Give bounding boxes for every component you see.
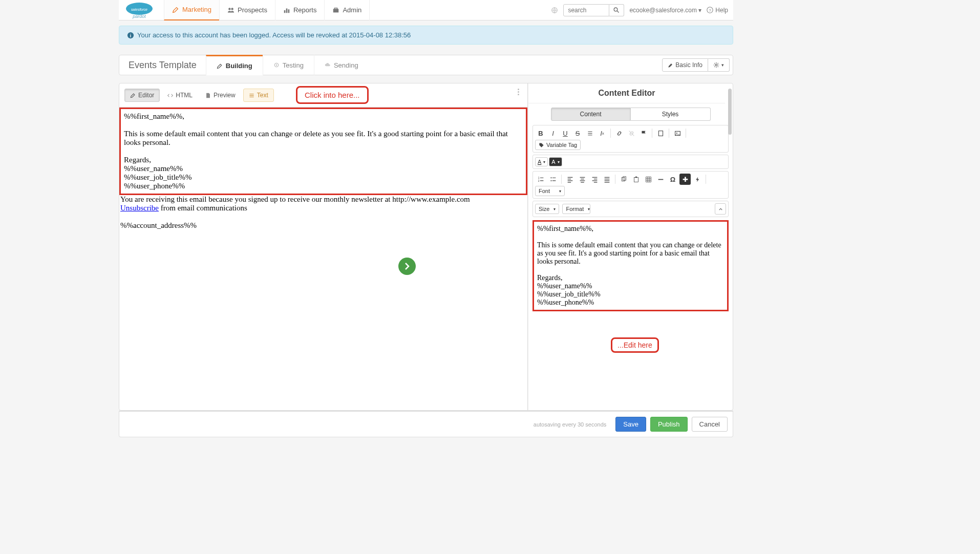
table-icon [645, 176, 652, 183]
remove-format-button[interactable]: Ix [596, 127, 608, 139]
access-alert: i Your access to this account has been l… [119, 26, 733, 45]
save-button[interactable]: Save [615, 417, 646, 432]
nav-label: Reports [293, 6, 317, 14]
embed-button[interactable]: ✚ [679, 174, 691, 185]
step-tab-building[interactable]: Building [206, 55, 263, 75]
basic-info-button[interactable]: Basic Info [662, 58, 708, 72]
bold-button[interactable]: B [535, 127, 546, 139]
step-tab-sending[interactable]: Sending [314, 55, 369, 75]
svg-point-4 [231, 8, 233, 10]
highlighted-email-region: %%first_name%%, This is some default ema… [119, 108, 527, 195]
view-tab-html[interactable]: HTML [162, 89, 198, 102]
bg-color-button[interactable]: A ▾ [549, 157, 562, 166]
gear-icon [713, 62, 719, 68]
rte-toolbar-row-4: Size▾ Format▾ [532, 201, 729, 217]
rte-toolbar-row-1: B I U S Ix [532, 125, 729, 153]
file-icon [657, 130, 664, 137]
strikethrough-button[interactable]: S [572, 127, 583, 139]
format-select[interactable]: Format▾ [562, 204, 590, 214]
nav-tab-prospects[interactable]: Prospects [219, 0, 275, 20]
logo[interactable]: salesforce pardot [124, 2, 164, 19]
dynamic-button[interactable] [692, 174, 703, 185]
variable-tag-button[interactable]: Variable Tag [535, 140, 581, 150]
pencil-icon [172, 6, 179, 13]
svg-rect-29 [634, 177, 638, 182]
align-left-button[interactable] [564, 174, 576, 185]
align-center-button[interactable] [577, 174, 588, 185]
special-char-button[interactable]: Ω [667, 174, 678, 185]
email-preview-area[interactable]: %%first_name%%, This is some default ema… [119, 108, 527, 410]
nav-tab-admin[interactable]: Admin [324, 0, 370, 20]
svg-text:2: 2 [538, 179, 539, 182]
unlink-button[interactable] [626, 127, 637, 139]
align-right-button[interactable] [589, 174, 600, 185]
view-tab-preview[interactable]: Preview [200, 89, 241, 102]
chevron-up-icon [718, 207, 723, 211]
user-label: ecooke@salesforce.com [629, 7, 697, 14]
link-button[interactable] [613, 127, 625, 139]
text-color-button[interactable]: A ▾ [535, 157, 548, 166]
svg-line-12 [617, 11, 619, 12]
copy-button[interactable] [618, 174, 629, 185]
search-input[interactable] [563, 4, 609, 16]
step-tab-testing[interactable]: Testing [263, 55, 314, 75]
nav-tab-reports[interactable]: Reports [275, 0, 325, 20]
align-justify-button[interactable] [601, 174, 612, 185]
svg-point-18 [276, 65, 277, 66]
font-select[interactable]: Font▾ [535, 186, 565, 196]
align-center-icon [579, 176, 586, 183]
hr-button[interactable] [655, 174, 666, 185]
view-label: Editor [138, 92, 154, 99]
email-signature-line: %%user_job_title%% [124, 173, 523, 182]
pane-options-button[interactable] [515, 89, 522, 102]
editor-regards: Regards, [537, 274, 724, 282]
editor-signature-line: %%user_job_title%% [537, 290, 724, 299]
paste-button[interactable] [630, 174, 642, 185]
search-button[interactable] [609, 4, 624, 16]
collapse-panel-button[interactable] [398, 258, 416, 275]
step-label: Building [226, 62, 252, 70]
insert-file-button[interactable] [655, 127, 666, 139]
settings-dropdown-button[interactable]: ▾ [708, 58, 730, 72]
rte-content-area[interactable]: %%first_name%%, This is some default ema… [532, 220, 729, 311]
paste-icon [633, 176, 640, 183]
anchor-button[interactable] [638, 127, 649, 139]
email-signature-line: %%user_name%% [124, 164, 523, 173]
scrollbar[interactable] [728, 89, 732, 135]
table-button[interactable] [643, 174, 654, 185]
editor-body: This is some default email content that … [537, 241, 724, 266]
toggle-styles[interactable]: Styles [631, 108, 711, 121]
svg-point-25 [550, 177, 551, 178]
globe-icon[interactable] [551, 7, 558, 14]
view-tab-editor[interactable]: Editor [124, 89, 160, 102]
view-tab-text[interactable]: Text [243, 89, 274, 102]
step-label: Sending [334, 61, 358, 69]
page-title: Events Template [119, 60, 206, 71]
autosave-status: autosaving every 30 seconds [534, 421, 606, 428]
collapse-toolbar-button[interactable] [715, 203, 726, 215]
unsubscribe-link[interactable]: Unsubscribe [120, 204, 159, 212]
numbered-list-button[interactable]: 12 [535, 174, 546, 185]
underline-button[interactable]: U [560, 127, 571, 139]
view-tabs: Editor HTML Preview Text Click into here… [119, 83, 527, 108]
view-label: Preview [214, 92, 236, 99]
document-icon [205, 93, 211, 98]
image-button[interactable] [672, 127, 683, 139]
line-height-button[interactable] [584, 127, 595, 139]
size-select[interactable]: Size▾ [535, 204, 559, 214]
italic-button[interactable]: I [547, 127, 559, 139]
footer-text-post: from email communications [159, 204, 247, 212]
content-styles-toggle: Content Styles [532, 108, 729, 121]
email-footer: You are receiving this email because you… [119, 195, 527, 230]
toggle-content[interactable]: Content [551, 108, 631, 121]
help-link[interactable]: ? Help [707, 7, 728, 14]
view-label: Text [257, 92, 268, 99]
bullet-list-button[interactable] [547, 174, 559, 185]
svg-point-19 [715, 64, 717, 66]
nav-tab-marketing[interactable]: Marketing [164, 0, 219, 20]
cancel-button[interactable]: Cancel [692, 417, 728, 432]
user-menu[interactable]: ecooke@salesforce.com ▾ [629, 7, 701, 14]
publish-button[interactable]: Publish [650, 417, 688, 432]
format-label: Format [566, 206, 584, 212]
svg-text:salesforce: salesforce [131, 8, 147, 11]
